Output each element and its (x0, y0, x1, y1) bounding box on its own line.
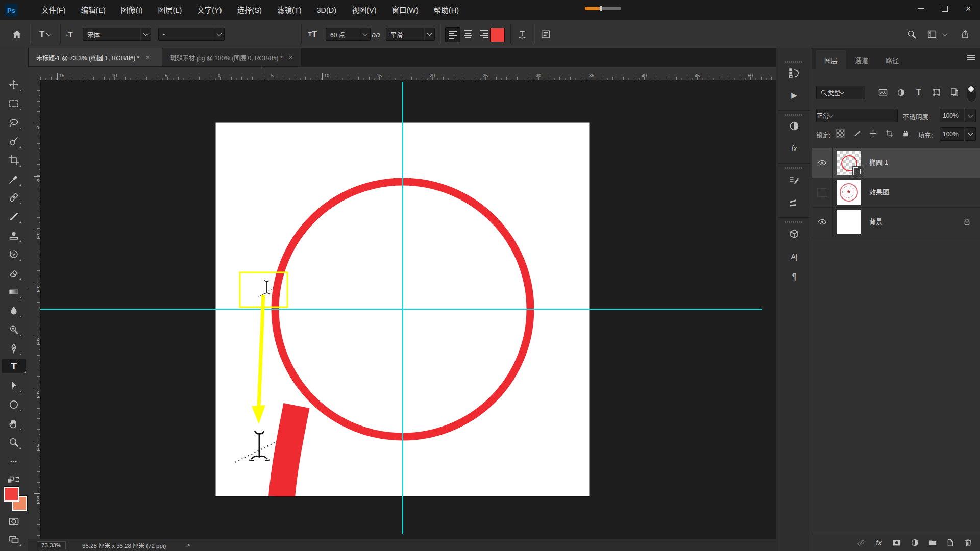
restore-button[interactable] (933, 0, 957, 17)
brush-tool[interactable] (7, 209, 21, 223)
blend-mode-select[interactable]: 正常 (816, 109, 898, 122)
zoom-tool[interactable] (7, 435, 21, 449)
brushes-panel-icon[interactable] (788, 196, 801, 209)
tab-layers[interactable]: 图层 (816, 50, 846, 69)
menu-select[interactable]: 选择(S) (230, 0, 270, 20)
paragraph-panel-icon[interactable]: ¶ (788, 270, 801, 284)
dock-grip[interactable] (785, 61, 803, 63)
link-layers-icon[interactable] (855, 537, 867, 549)
spot-healing-brush-tool[interactable] (7, 190, 21, 205)
layer-name[interactable]: 效果图 (869, 178, 889, 207)
history-panel-icon[interactable] (788, 66, 801, 80)
anti-alias-select[interactable]: 平滑 (386, 28, 435, 41)
dock-grip[interactable] (785, 221, 803, 223)
styles-panel-icon[interactable]: fx (788, 142, 801, 155)
default-swap-colors-icon[interactable] (7, 473, 21, 487)
move-tool[interactable] (7, 78, 21, 92)
gradient-tool[interactable] (7, 285, 21, 299)
eraser-tool[interactable] (7, 266, 21, 280)
layer-name[interactable]: 背景 (869, 207, 883, 237)
adjustments-panel-icon[interactable] (788, 119, 801, 133)
hand-tool[interactable] (7, 416, 21, 431)
edit-toolbar-ellipsis-icon[interactable]: ••• (7, 454, 21, 468)
titlebar-progress-slider[interactable] (585, 7, 621, 10)
foreground-color-swatch[interactable] (4, 487, 19, 502)
workspace-chevron-icon[interactable] (943, 28, 947, 41)
lock-artboard-icon[interactable] (884, 128, 895, 139)
layer-row-background[interactable]: 背景 (812, 207, 980, 237)
brush-settings-panel-icon[interactable] (788, 173, 801, 187)
filter-adjustment-layers-icon[interactable] (895, 87, 906, 98)
vector-mask-badge-icon[interactable] (852, 166, 863, 177)
quick-mask-icon[interactable] (7, 514, 21, 529)
history-brush-tool[interactable] (7, 247, 21, 261)
filter-smart-objects-icon[interactable] (949, 87, 960, 98)
type-tool-preset-icon[interactable]: T (36, 28, 54, 41)
visibility-toggle[interactable] (812, 178, 833, 207)
path-selection-tool[interactable] (7, 379, 21, 393)
new-group-icon[interactable] (926, 537, 939, 549)
status-expand-icon[interactable]: > (186, 542, 190, 549)
menu-type[interactable]: 文字(Y) (189, 0, 229, 20)
align-center-button[interactable] (461, 27, 475, 41)
layer-filter-select[interactable]: 类型 (816, 86, 865, 99)
tab-paths[interactable]: 路径 (877, 50, 907, 69)
filter-shape-layers-icon[interactable] (931, 87, 942, 98)
menu-3d[interactable]: 3D(D) (309, 0, 344, 20)
actions-panel-icon[interactable]: ▶ (788, 89, 801, 102)
menu-image[interactable]: 图像(I) (113, 0, 151, 20)
tab-banbo-sucai[interactable]: 斑驳素材.jpg @ 100% (图层 0, RGB/8#) * × (162, 48, 301, 66)
search-icon[interactable] (906, 28, 917, 41)
warp-text-icon[interactable] (517, 28, 528, 41)
dock-grip[interactable] (785, 114, 803, 116)
lasso-tool[interactable] (7, 115, 21, 130)
text-color-swatch[interactable] (490, 28, 505, 42)
fill-value-field[interactable]: 100% (940, 127, 964, 141)
lock-transparent-pixels-icon[interactable] (835, 128, 846, 139)
3d-panel-icon[interactable] (788, 228, 801, 241)
rectangular-marquee-tool[interactable] (7, 96, 21, 111)
filter-pixel-layers-icon[interactable] (877, 87, 889, 98)
add-layer-mask-icon[interactable] (891, 537, 903, 549)
menu-window[interactable]: 窗口(W) (384, 0, 426, 20)
layer-thumbnail[interactable] (837, 210, 861, 234)
font-family-select[interactable]: 宋体 (83, 28, 151, 41)
layer-row-effect-image[interactable]: ★ 效果图 (812, 178, 980, 208)
visibility-toggle[interactable] (812, 148, 833, 178)
menu-view[interactable]: 视图(V) (344, 0, 384, 20)
menu-layer[interactable]: 图层(L) (151, 0, 190, 20)
toggle-panels-icon[interactable] (540, 28, 551, 41)
lock-all-icon[interactable] (900, 128, 911, 139)
dodge-tool[interactable] (7, 322, 21, 337)
text-orientation-icon[interactable]: ↓T (65, 28, 73, 41)
zoom-level-field[interactable]: 73.33% (37, 541, 66, 549)
ellipse-shape-tool[interactable] (7, 397, 21, 412)
menu-file[interactable]: 文件(F) (34, 0, 74, 20)
type-tool[interactable]: T (2, 359, 26, 373)
home-icon[interactable] (11, 28, 22, 41)
font-size-select[interactable]: 60 点 (326, 28, 371, 41)
minimize-button[interactable] (910, 0, 933, 17)
delete-layer-icon[interactable] (962, 537, 974, 549)
filter-type-layers-icon[interactable]: T (913, 87, 924, 98)
layer-thumbnail[interactable]: ★ (837, 180, 861, 205)
layer-name[interactable]: 椭圆 1 (869, 148, 888, 178)
dock-grip[interactable] (785, 167, 803, 169)
new-layer-icon[interactable] (944, 537, 957, 549)
close-button[interactable]: × (957, 0, 980, 17)
fill-dropdown-icon[interactable] (965, 127, 976, 141)
menu-help[interactable]: 帮助(H) (426, 0, 467, 20)
document-canvas[interactable] (40, 79, 776, 539)
clone-stamp-tool[interactable] (7, 228, 21, 242)
blur-tool[interactable] (7, 304, 21, 318)
panel-menu-icon[interactable] (967, 55, 975, 62)
lock-image-pixels-icon[interactable] (851, 128, 863, 139)
lock-position-icon[interactable] (867, 128, 878, 139)
tab-close-icon[interactable]: × (145, 53, 150, 61)
crop-tool[interactable] (7, 153, 21, 167)
workspace-icon[interactable] (926, 28, 938, 41)
tab-close-icon[interactable]: × (289, 53, 293, 61)
pen-tool[interactable] (7, 341, 21, 356)
align-right-button[interactable] (477, 27, 491, 41)
character-panel-icon[interactable]: A| (788, 250, 801, 263)
